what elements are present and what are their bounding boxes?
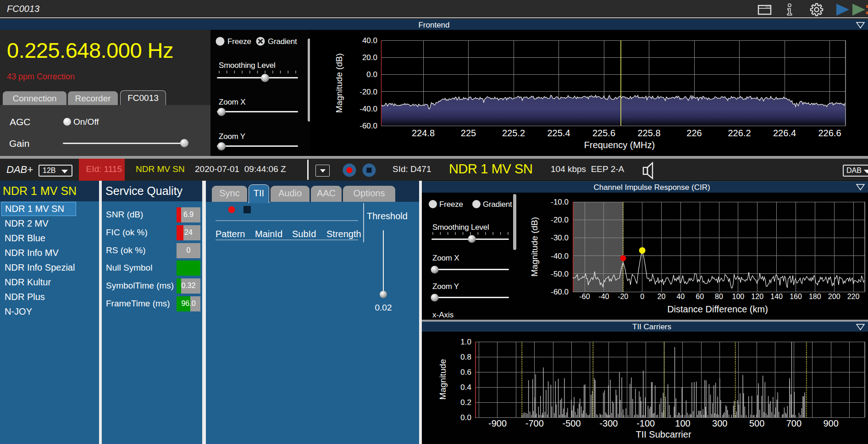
svg-text:226: 226 — [686, 128, 702, 138]
svg-text:20.0: 20.0 — [362, 53, 377, 62]
svg-text:-50.0: -50.0 — [551, 270, 569, 278]
svg-text:0.02: 0.02 — [375, 303, 392, 312]
svg-text:225.4: 225.4 — [547, 128, 570, 138]
svg-text:20: 20 — [658, 293, 666, 300]
svg-text:226.2: 226.2 — [728, 128, 751, 138]
svg-text:Distance Difference (km): Distance Difference (km) — [667, 304, 768, 314]
svg-text:Threshold: Threshold — [367, 211, 408, 221]
svg-text:500: 500 — [749, 418, 764, 428]
svg-text:0.0: 0.0 — [366, 70, 377, 79]
svg-text:-500: -500 — [563, 418, 581, 428]
svg-text:226.6: 226.6 — [818, 128, 841, 138]
svg-text:-60.0: -60.0 — [359, 122, 377, 130]
svg-text:Magnitude (dB): Magnitude (dB) — [530, 217, 539, 277]
svg-text:160: 160 — [790, 293, 802, 300]
svg-text:80: 80 — [715, 293, 723, 300]
svg-text:Magnitude (dB): Magnitude (dB) — [334, 53, 344, 113]
svg-text:Strength: Strength — [326, 229, 361, 239]
svg-text:225: 225 — [461, 128, 476, 138]
svg-text:60: 60 — [696, 293, 704, 300]
svg-text:140: 140 — [770, 293, 783, 300]
svg-text:120: 120 — [751, 293, 763, 300]
svg-text:0.4: 0.4 — [460, 383, 471, 392]
svg-text:TII Subcarrier: TII Subcarrier — [636, 429, 691, 439]
svg-text:-10.0: -10.0 — [551, 198, 569, 206]
svg-text:180: 180 — [809, 293, 821, 300]
svg-text:-100: -100 — [636, 418, 655, 428]
svg-text:0: 0 — [640, 293, 644, 300]
svg-text:226.4: 226.4 — [773, 128, 796, 138]
svg-text:0.6: 0.6 — [460, 368, 471, 377]
svg-text:0.2: 0.2 — [460, 398, 471, 407]
svg-text:0.8: 0.8 — [460, 353, 471, 361]
svg-text:40: 40 — [676, 293, 685, 300]
svg-text:-40.0: -40.0 — [359, 105, 377, 113]
svg-text:Zoom X: Zoom X — [219, 98, 245, 106]
svg-text:0.0: 0.0 — [460, 413, 471, 422]
svg-text:-20.0: -20.0 — [359, 88, 377, 96]
svg-text:-700: -700 — [525, 418, 544, 428]
svg-text:-300: -300 — [599, 418, 618, 428]
svg-text:-60: -60 — [579, 293, 590, 300]
svg-text:100: 100 — [732, 293, 745, 300]
svg-text:200: 200 — [828, 293, 840, 300]
svg-text:225.6: 225.6 — [592, 128, 615, 138]
svg-text:40.0: 40.0 — [362, 36, 377, 45]
svg-text:-30.0: -30.0 — [551, 233, 569, 242]
svg-text:Pattern: Pattern — [216, 229, 245, 239]
svg-text:Zoom Y: Zoom Y — [219, 132, 245, 141]
svg-text:900: 900 — [824, 418, 839, 428]
svg-text:-20.0: -20.0 — [551, 216, 569, 224]
svg-text:225.2: 225.2 — [502, 128, 525, 138]
svg-text:100: 100 — [675, 418, 690, 428]
svg-text:Smoothing Level: Smoothing Level — [219, 61, 276, 70]
svg-text:-60.0: -60.0 — [551, 288, 569, 296]
svg-text:Frequency (MHz): Frequency (MHz) — [584, 140, 655, 150]
svg-text:Freeze: Freeze — [227, 37, 251, 46]
svg-text:-40.0: -40.0 — [551, 252, 569, 261]
svg-text:300: 300 — [712, 418, 727, 428]
svg-text:700: 700 — [786, 418, 802, 428]
svg-text:225.8: 225.8 — [637, 128, 660, 138]
svg-text:Magnitude: Magnitude — [438, 359, 448, 400]
svg-text:-40: -40 — [598, 293, 609, 300]
svg-text:-900: -900 — [488, 418, 507, 428]
svg-text:1.0: 1.0 — [460, 338, 471, 346]
svg-text:-20: -20 — [618, 293, 628, 300]
svg-text:Gradient: Gradient — [268, 37, 297, 46]
svg-text:220: 220 — [847, 293, 860, 300]
svg-text:SubId: SubId — [292, 229, 316, 239]
svg-text:MainId: MainId — [255, 229, 282, 239]
svg-text:224.8: 224.8 — [412, 128, 435, 138]
